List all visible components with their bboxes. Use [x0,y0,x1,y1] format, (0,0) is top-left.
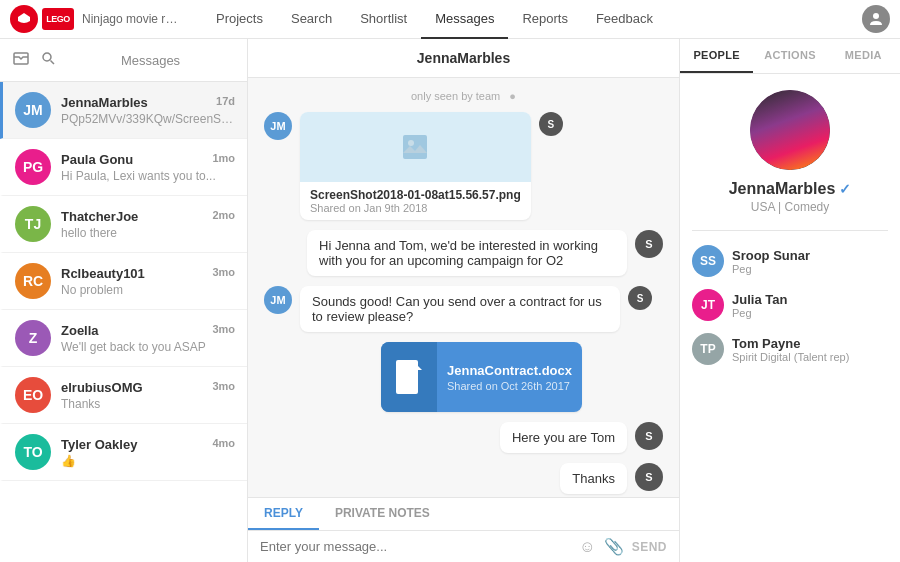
attachment-icon[interactable]: 📎 [604,537,624,556]
sidebar-avatar: EO [15,377,51,413]
sidebar-item-elrubius[interactable]: EO elrubiusOMG 3mo Thanks [0,367,247,424]
incoming-msg-1: JM Sounds good! Can you send over a cont… [264,286,663,332]
rep-role: Peg [732,263,810,275]
sidebar-item-info: ThatcherJoe 2mo hello there [61,209,235,240]
sidebar-avatar: TJ [15,206,51,242]
rep-name: Julia Tan [732,292,787,307]
inbox-icon[interactable] [12,49,30,71]
sidebar-avatar: TO [15,434,51,470]
msg-bubble-out3: Thanks [560,463,627,494]
sidebar-avatar: JM [15,92,51,128]
nav-shortlist[interactable]: Shortlist [346,0,421,39]
msg-avatar-jenna: JM [264,112,292,140]
reply-actions: ☺ 📎 SEND [579,537,667,556]
msg-avatar-sender: S [539,112,563,136]
sidebar-item-name: Rclbeauty101 3mo [61,266,235,281]
sidebar-item-preview: Hi Paula, Lexi wants you to... [61,169,235,183]
msg-bubble-out1: Hi Jenna and Tom, we'd be interested in … [307,230,627,276]
send-button[interactable]: SEND [632,540,667,554]
tab-private-notes[interactable]: PRIVATE NOTES [319,498,446,530]
sidebar-item-preview: No problem [61,283,235,297]
rep-avatar: SS [692,245,724,277]
sidebar-item-jenna[interactable]: JM JennaMarbles 17d PQp52MVv/339KQw/Scre… [0,82,247,139]
reps-list: SS Sroop Sunar Peg JT Julia Tan Peg TP T… [692,239,888,371]
tab-people[interactable]: PEOPLE [680,39,753,73]
rep-item: TP Tom Payne Spirit Digital (Talent rep) [692,327,888,371]
rep-item: SS Sroop Sunar Peg [692,239,888,283]
sidebar-item-info: Paula Gonu 1mo Hi Paula, Lexi wants you … [61,152,235,183]
outgoing-msg-2: S Here you are Tom [264,422,663,453]
rep-info: Julia Tan Peg [732,292,787,319]
rep-item: JT Julia Tan Peg [692,283,888,327]
sidebar-item-info: JennaMarbles 17d PQp52MVv/339KQw/ScreenS… [61,95,235,126]
user-avatar[interactable] [862,5,890,33]
rep-info: Tom Payne Spirit Digital (Talent rep) [732,336,849,363]
tab-media[interactable]: MEDIA [827,39,900,73]
profile-sub: USA | Comedy [692,200,888,214]
svg-line-3 [51,61,55,65]
tab-actions[interactable]: ACTIONS [753,39,826,73]
svg-point-2 [43,53,51,61]
chat-messages: only seen by team ● JM ScreenShot2018-01… [248,78,679,497]
nav-feedback[interactable]: Feedback [582,0,667,39]
sidebar-item-rclbeauty[interactable]: RC Rclbeauty101 3mo No problem [0,253,247,310]
sidebar-item-tyler[interactable]: TO Tyler Oakley 4mo 👍 [0,424,247,481]
image-file-bubble: ScreenShot2018-01-08at15.56.57.png Share… [300,112,531,220]
msg-avatar-sender2: S [628,286,652,310]
sidebar-item-name: Zoella 3mo [61,323,235,338]
rep-avatar: TP [692,333,724,365]
msg-avatar-out1: S [635,230,663,258]
rep-role: Peg [732,307,787,319]
brand-icon [10,5,38,33]
msg-bubble-in1: Sounds good! Can you send over a contrac… [300,286,620,332]
sidebar-item-paula[interactable]: PG Paula Gonu 1mo Hi Paula, Lexi wants y… [0,139,247,196]
rep-role: Spirit Digital (Talent rep) [732,351,849,363]
nav-projects[interactable]: Projects [202,0,277,39]
msg-bubble-out2: Here you are Tom [500,422,627,453]
svg-rect-4 [403,135,427,159]
sidebar-list: JM JennaMarbles 17d PQp52MVv/339KQw/Scre… [0,82,247,562]
emoji-icon[interactable]: ☺ [579,538,595,556]
sidebar-item-name: ThatcherJoe 2mo [61,209,235,224]
rep-avatar: JT [692,289,724,321]
reply-tabs: REPLY PRIVATE NOTES [248,498,679,531]
reply-input[interactable] [260,539,571,554]
sidebar: Messages JM JennaMarbles 17d PQp52MVv/33… [0,39,248,562]
sidebar-item-thatcher[interactable]: TJ ThatcherJoe 2mo hello there [0,196,247,253]
nav-reports[interactable]: Reports [508,0,582,39]
nav-messages[interactable]: Messages [421,0,508,39]
chat-panel: JennaMarbles only seen by team ● JM Scre… [248,39,680,562]
sidebar-avatar: PG [15,149,51,185]
msg-avatar-out2: S [635,422,663,450]
chat-header: JennaMarbles [248,39,679,78]
right-panel: PEOPLE ACTIONS MEDIA JennaMarbles ✓ USA … [680,39,900,562]
contract-bubble: JennaContract.docx Shared on Oct 26th 20… [381,342,582,412]
app-title: Ninjago movie rele... [82,12,182,26]
search-icon[interactable] [40,50,56,70]
msg-avatar-in1: JM [264,286,292,314]
sidebar-item-info: elrubiusOMG 3mo Thanks [61,380,235,411]
rep-info: Sroop Sunar Peg [732,248,810,275]
right-tabs: PEOPLE ACTIONS MEDIA [680,39,900,74]
svg-point-0 [873,13,879,19]
chat-reply-area: REPLY PRIVATE NOTES ☺ 📎 SEND [248,497,679,562]
profile-avatar [750,90,830,170]
msg-avatar-out3: S [635,463,663,491]
sidebar-item-zoella[interactable]: Z Zoella 3mo We'll get back to you ASAP [0,310,247,367]
svg-point-5 [408,140,414,146]
lego-brand: LEGO [42,8,74,30]
contract-msg-row: JennaContract.docx Shared on Oct 26th 20… [264,342,663,412]
sidebar-item-name: Paula Gonu 1mo [61,152,235,167]
sidebar-item-preview: We'll get back to you ASAP [61,340,235,354]
sidebar-avatar: Z [15,320,51,356]
nav-search[interactable]: Search [277,0,346,39]
sidebar-item-preview: hello there [61,226,235,240]
top-nav: LEGO Ninjago movie rele... Projects Sear… [0,0,900,39]
profile-name: JennaMarbles ✓ [692,180,888,198]
sidebar-item-name: JennaMarbles 17d [61,95,235,110]
sidebar-avatar: RC [15,263,51,299]
rep-name: Sroop Sunar [732,248,810,263]
image-message-row: JM ScreenShot2018-01-08at15.56.57.png Sh… [264,112,663,220]
tab-reply[interactable]: REPLY [248,498,319,530]
sidebar-item-info: Zoella 3mo We'll get back to you ASAP [61,323,235,354]
